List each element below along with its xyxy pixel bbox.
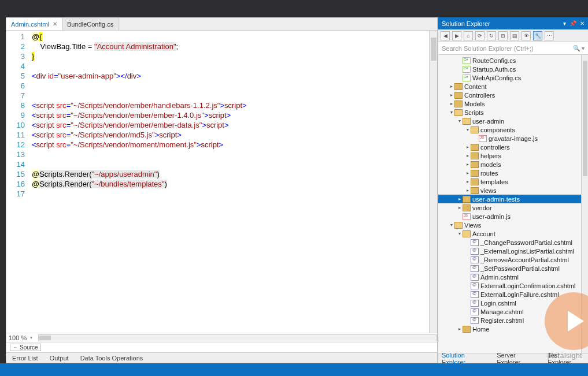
zoom-level[interactable]: 100 % [9, 334, 27, 341]
tool-window-tab[interactable]: Output [44, 355, 75, 362]
tree-node[interactable]: models [438, 160, 581, 169]
tree-node[interactable]: Manage.cshtml [438, 307, 581, 316]
expand-arrow-icon[interactable] [465, 127, 471, 132]
solution-tree[interactable]: RouteConfig.csStartup.Auth.csWebApiConfi… [438, 55, 581, 353]
cshtml-icon [471, 308, 479, 315]
line-number: 8 [6, 100, 25, 110]
tree-node[interactable]: ExternalLoginFailure.cshtml [438, 290, 581, 299]
properties-button[interactable]: 🔧 [533, 31, 542, 40]
tree-node-label: Views [464, 222, 481, 229]
line-number: 15 [6, 169, 25, 179]
tree-node[interactable]: RouteConfig.cs [438, 56, 581, 65]
string-literal: "Account Administration" [94, 42, 176, 51]
close-icon[interactable]: ✕ [53, 21, 57, 27]
arrow-icon: ↔ [13, 345, 17, 350]
expand-arrow-icon[interactable] [457, 118, 463, 124]
tree-node[interactable]: _RemoveAccountPartial.cshtml [438, 255, 581, 264]
zoom-dropdown-icon[interactable]: ▾ [30, 335, 32, 340]
tree-vscrollbar[interactable] [581, 55, 588, 353]
expand-arrow-icon[interactable] [449, 92, 454, 98]
tree-node[interactable]: Login.cshtml [438, 299, 581, 307]
tree-node[interactable]: Startup.Auth.cs [438, 65, 581, 73]
tree-node[interactable]: Content [438, 82, 581, 91]
expand-arrow-icon[interactable] [465, 188, 471, 193]
tree-node-label: Admin.cshtml [480, 274, 519, 281]
tree-node-label: routes [480, 170, 498, 177]
tree-node[interactable]: Register.cshtml [438, 316, 581, 325]
expand-arrow-icon[interactable] [449, 222, 454, 228]
expand-arrow-icon[interactable] [457, 205, 463, 210]
folder-open-icon [471, 126, 479, 133]
refresh-button[interactable]: ↻ [487, 31, 496, 40]
tree-node[interactable]: _ExternalLoginsListPartial.cshtml [438, 247, 581, 255]
tree-node[interactable]: user-admin [438, 117, 581, 125]
panel-close-icon[interactable]: ✕ [580, 20, 585, 27]
main-area: Admin.cshtml✕BundleConfig.cs 12345678910… [0, 17, 588, 363]
line-number: 11 [6, 130, 25, 140]
tree-node[interactable]: _ChangePasswordPartial.cshtml [438, 238, 581, 247]
sync-button[interactable]: ⟳ [475, 31, 485, 40]
expand-arrow-icon[interactable] [465, 179, 471, 184]
editor-zoom-bar: 100 % ▾ [6, 333, 437, 342]
expand-arrow-icon[interactable] [449, 84, 454, 89]
collapse-button[interactable]: ⊟ [498, 31, 508, 40]
expand-arrow-icon[interactable] [457, 231, 463, 236]
document-tab[interactable]: BundleConfig.cs [62, 18, 119, 30]
expand-arrow-icon[interactable] [457, 196, 463, 202]
expand-arrow-icon[interactable] [457, 326, 463, 332]
tree-node[interactable]: Views [438, 221, 581, 229]
tree-node[interactable]: Home [438, 325, 581, 333]
forward-button[interactable]: ▶ [452, 31, 461, 40]
tool-window-tab[interactable]: Data Tools Operations [75, 355, 149, 362]
tree-node[interactable]: controllers [438, 143, 581, 151]
tree-node[interactable]: Admin.cshtml [438, 273, 581, 281]
document-tab[interactable]: Admin.cshtml✕ [6, 18, 62, 30]
show-all-button[interactable]: ▤ [510, 31, 519, 40]
tree-node[interactable]: views [438, 186, 581, 195]
expand-arrow-icon[interactable] [465, 153, 471, 158]
tree-node[interactable]: routes [438, 169, 581, 177]
tree-node[interactable]: user-admin-tests [438, 195, 581, 203]
tree-node[interactable]: Controllers [438, 91, 581, 99]
tool-window-tab[interactable]: Error List [6, 355, 44, 362]
tree-node-label: user-admin [472, 118, 504, 125]
tree-node[interactable]: _SetPasswordPartial.cshtml [438, 264, 581, 273]
panel-pin-icon[interactable]: 📌 [569, 20, 576, 27]
tree-node[interactable]: templates [438, 177, 581, 186]
right-panel-tabs: Solution ExplorerServer ExplorerTest Exp… [438, 353, 588, 363]
tree-node-label: Login.cshtml [480, 300, 516, 307]
expand-arrow-icon[interactable] [449, 110, 454, 115]
panel-dropdown-icon[interactable]: ▾ [563, 20, 566, 27]
line-number: 5 [6, 71, 25, 81]
tree-node[interactable]: user-admin.js [438, 212, 581, 221]
tree-node-label: user-admin-tests [472, 196, 520, 203]
code-editor[interactable]: @{ ViewBag.Title = "Account Administrati… [32, 31, 429, 333]
tree-node[interactable]: vendor [438, 203, 581, 212]
tree-node-label: _RemoveAccountPartial.cshtml [480, 256, 569, 263]
expand-arrow-icon[interactable] [465, 162, 471, 167]
tree-node[interactable]: gravatar-image.js [438, 134, 581, 143]
home-button[interactable]: ⌂ [464, 31, 473, 40]
tree-node[interactable]: ExternalLoginConfirmation.cshtml [438, 281, 581, 290]
tree-node-label: Register.cshtml [480, 317, 524, 324]
expand-arrow-icon[interactable] [465, 170, 471, 176]
extra-button[interactable]: ⋯ [545, 31, 554, 40]
solution-explorer-search[interactable]: Search Solution Explorer (Ctrl+;) 🔍 ▾ [438, 42, 588, 55]
expand-arrow-icon[interactable] [449, 101, 454, 106]
tree-node[interactable]: Scripts [438, 108, 581, 117]
folder-icon [471, 170, 479, 177]
editor-vscrollbar[interactable] [429, 31, 437, 333]
folder-icon [454, 100, 463, 107]
source-view-button[interactable]: ↔Source [10, 344, 41, 351]
back-button[interactable]: ◀ [441, 31, 450, 40]
tree-node[interactable]: WebApiConfig.cs [438, 73, 581, 82]
preview-button[interactable]: 👁 [522, 31, 531, 40]
search-icon[interactable]: 🔍 ▾ [573, 45, 585, 51]
tree-node[interactable]: components [438, 125, 581, 134]
tree-node[interactable]: Account [438, 229, 581, 238]
editor-hscrollbar[interactable] [38, 334, 437, 341]
document-tabstrip: Admin.cshtml✕BundleConfig.cs [6, 18, 437, 31]
tree-node[interactable]: Models [438, 99, 581, 108]
tree-node[interactable]: helpers [438, 151, 581, 160]
expand-arrow-icon[interactable] [465, 144, 471, 150]
